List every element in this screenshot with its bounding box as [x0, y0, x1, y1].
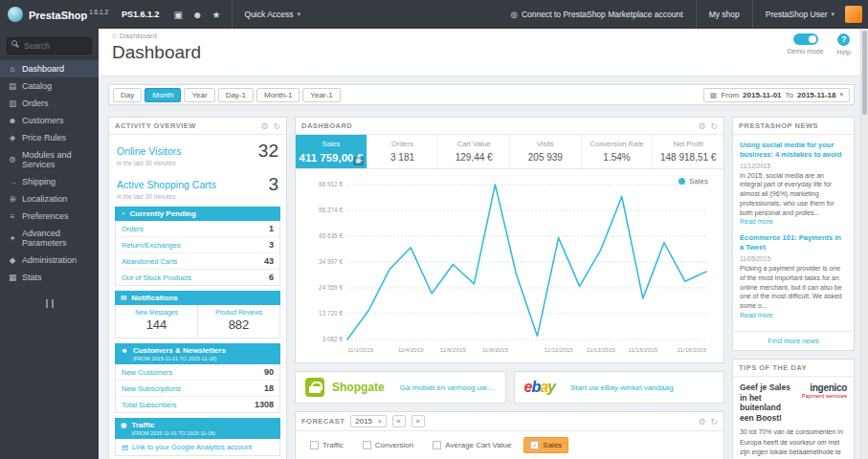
- sidebar-item-shipping[interactable]: → Shipping: [0, 173, 99, 190]
- sidebar-item-catalog[interactable]: ▤ Catalog: [0, 77, 99, 95]
- forecast-toggle-conversion[interactable]: Conversion: [356, 437, 420, 453]
- pending-row-orders[interactable]: Orders 1: [116, 221, 279, 237]
- new-messages-cell[interactable]: New Messages 144: [116, 305, 197, 338]
- cart-icon[interactable]: ▣: [169, 10, 188, 20]
- gear-icon[interactable]: ⚙: [260, 121, 268, 131]
- tips-panel-header: TIPS OF THE DAY: [733, 360, 854, 377]
- google-analytics-link[interactable]: ▤ Link to your Google Analytics account: [115, 439, 280, 456]
- demo-mode-toggle[interactable]: [793, 33, 818, 45]
- topbar-divider: [232, 0, 233, 29]
- currently-pending-title: Currently Pending: [130, 209, 196, 218]
- row-value: 6: [269, 273, 274, 282]
- range-button-year-1[interactable]: Year-1: [302, 88, 340, 102]
- range-button-month-1[interactable]: Month-1: [256, 88, 300, 102]
- sidebar-item-stats[interactable]: ▦ Stats: [0, 269, 99, 286]
- prestashop-logo-icon[interactable]: [8, 7, 23, 22]
- active-carts-metric[interactable]: Active Shopping Carts 3 in the last 30 m…: [109, 168, 286, 202]
- date-range-picker[interactable]: ▦ From 2015-11-01 To 2015-11-18 ▾: [703, 88, 850, 102]
- prev-year-button[interactable]: «: [392, 415, 406, 427]
- catalog-icon: ▤: [8, 81, 17, 91]
- sidebar-item-advanced-parameters[interactable]: ✦ Advanced Parameters: [0, 225, 99, 251]
- news-item-date: 11/05/2015: [740, 255, 847, 262]
- sidebar-item-price-rules[interactable]: ◈ Price Rules: [0, 129, 99, 146]
- year-select[interactable]: 2015 ▾: [350, 415, 386, 427]
- sidebar-item-dashboard[interactable]: ⌂ Dashboard: [0, 60, 99, 77]
- search-input[interactable]: [7, 37, 92, 55]
- shopgate-link[interactable]: Ga mobiel en verhoog uw omzet: [400, 383, 496, 392]
- news-panel-title: PRESTASHOP NEWS: [739, 121, 818, 130]
- customers-row-new-subscriptions[interactable]: New Subscriptions 18: [116, 381, 279, 397]
- help-icon[interactable]: ?: [837, 33, 850, 46]
- forecast-toggle-traffic[interactable]: Traffic: [303, 437, 350, 453]
- brand-version: 1.6.1.2: [89, 9, 108, 15]
- sidebar-item-customers[interactable]: ☻ Customers: [0, 112, 99, 129]
- gear-icon[interactable]: ⚙: [698, 417, 705, 426]
- svg-text:11/6/2015: 11/6/2015: [440, 346, 467, 353]
- range-button-year[interactable]: Year: [184, 88, 214, 102]
- quick-access-menu[interactable]: Quick Access ▾: [238, 10, 308, 19]
- profile-icon[interactable]: ☻: [188, 10, 208, 20]
- sidebar-collapse-handle[interactable]: [46, 299, 54, 308]
- notifications-header: ✉ Notifications: [115, 291, 280, 305]
- shop-name[interactable]: PS1.6.1.2: [122, 10, 160, 19]
- chart-icon: ▤: [122, 443, 128, 451]
- breadcrumb[interactable]: ⌂ Dashboard: [112, 32, 855, 40]
- modules-icon: ⚙: [8, 155, 17, 164]
- svg-text:45 635 €: 45 635 €: [319, 232, 343, 239]
- customers-row-new-customers[interactable]: New Customers 90: [116, 364, 279, 381]
- svg-text:66 912 €: 66 912 €: [319, 181, 343, 187]
- traffic-header: ◉ Traffic (FROM 2015-11-01 TO 2015-11-18…: [115, 418, 280, 439]
- range-button-day[interactable]: Day: [113, 88, 142, 102]
- sidebar-item-localization[interactable]: ⊕ Localization: [0, 190, 99, 208]
- product-reviews-cell[interactable]: Product Reviews 882: [197, 305, 279, 338]
- kpi-net-profit[interactable]: Net Profit 148 918,51 €: [653, 135, 723, 168]
- stats-icon: ▦: [8, 273, 17, 282]
- ingenico-brand: ingenico: [802, 382, 847, 393]
- active-carts-value: 3: [268, 174, 278, 195]
- sidebar-item-orders[interactable]: ▥ Orders: [0, 95, 99, 112]
- range-button-month[interactable]: Month: [145, 88, 181, 102]
- user-menu[interactable]: PrestaShop User ▾: [759, 10, 841, 19]
- pending-row-abandoned-carts[interactable]: Abandoned Carts 43: [116, 253, 279, 270]
- sidebar-item-label: Preferences: [22, 211, 69, 221]
- news-item-title[interactable]: Ecommerce 101: Payments in a Tweet: [740, 233, 847, 252]
- marketplace-connect-link[interactable]: ◎ Connect to PrestaShop Marketplace acco…: [504, 10, 690, 19]
- row-label: Abandoned Carts: [122, 257, 177, 266]
- trophy-icon[interactable]: ★: [208, 10, 226, 20]
- sidebar-item-modules[interactable]: ⚙ Modules and Services: [0, 146, 99, 173]
- pending-row-out-of-stock[interactable]: Out of Stock Products 6: [116, 270, 279, 285]
- gear-icon[interactable]: ⚙: [698, 121, 705, 131]
- refresh-icon[interactable]: ↻: [710, 121, 718, 131]
- scrollbar[interactable]: [860, 29, 868, 459]
- read-more-link[interactable]: Read more: [740, 218, 847, 225]
- scrollbar-thumb[interactable]: [862, 31, 867, 115]
- customers-row-total-subscribers[interactable]: Total Subscribers 1308: [116, 397, 279, 412]
- advanced-parameters-icon: ✦: [8, 233, 17, 243]
- pending-row-returns[interactable]: Return/Exchanges 3: [116, 237, 279, 253]
- online-visitors-metric[interactable]: Online Visitors 32 in the last 30 minute…: [109, 135, 286, 168]
- avatar[interactable]: [845, 6, 862, 23]
- my-shop-link[interactable]: My shop: [702, 10, 746, 19]
- panel-tools: ⚙ ↻: [698, 121, 718, 131]
- kpi-visits[interactable]: Visits 205 939: [510, 135, 582, 168]
- next-year-button[interactable]: »: [412, 415, 425, 427]
- find-more-news-link[interactable]: Find more news: [733, 331, 854, 350]
- sidebar-item-preferences[interactable]: ≡ Preferences: [0, 208, 99, 225]
- forecast-toggle-average-cart-value[interactable]: Average Cart Value: [426, 437, 518, 453]
- refresh-icon[interactable]: ↻: [710, 417, 718, 426]
- forecast-toggle-sales[interactable]: ✓ Sales: [523, 437, 568, 453]
- kpi-sales[interactable]: Sales 411 759,00 € ▦: [296, 135, 367, 168]
- kpi-orders[interactable]: Orders 3 181: [367, 135, 439, 168]
- kpi-detail-icon[interactable]: ▦: [353, 157, 364, 165]
- kpi-conversion-rate[interactable]: Conversion Rate 1.54%: [582, 135, 654, 168]
- ebay-link[interactable]: Start uw eBay-winkel vandaag: [570, 383, 674, 392]
- topbar-divider: [752, 0, 753, 29]
- news-item-title[interactable]: Using social media for your business: 4 …: [740, 141, 847, 160]
- sidebar-item-administration[interactable]: ◆ Administration: [0, 251, 99, 269]
- checkbox-icon: [310, 441, 319, 449]
- home-icon: ⌂: [112, 32, 117, 40]
- refresh-icon[interactable]: ↻: [273, 121, 280, 131]
- range-button-day-1[interactable]: Day-1: [218, 88, 254, 102]
- read-more-link[interactable]: Read more: [740, 312, 847, 318]
- kpi-cart-value[interactable]: Cart Value 129,44 €: [438, 135, 510, 168]
